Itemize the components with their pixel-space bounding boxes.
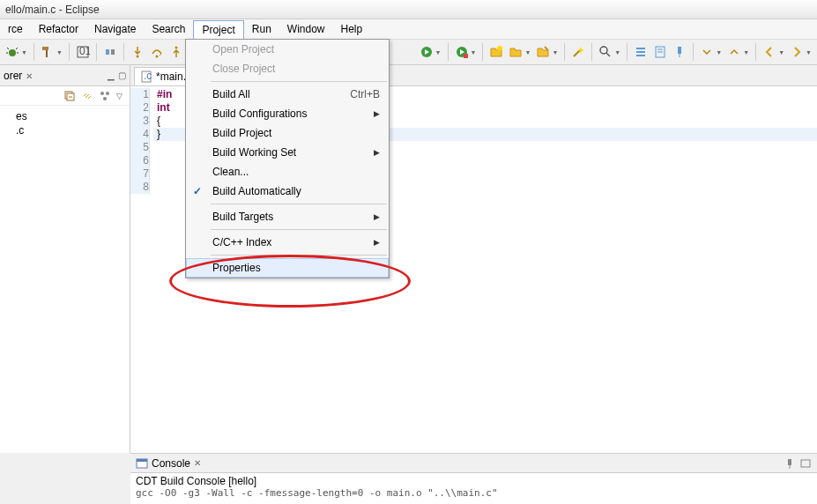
menu-separator [211, 229, 387, 230]
project-explorer: orer ✕ ▁ ▢ ▽ es .c [0, 65, 130, 453]
collapse-all-icon[interactable] [63, 90, 76, 102]
console-tab-strip: Console ✕ [130, 454, 817, 473]
dropdown-arrow-icon[interactable]: ▼ [743, 49, 749, 56]
menu-search[interactable]: Search [144, 20, 193, 38]
pin-icon[interactable] [671, 43, 688, 61]
svg-point-11 [136, 56, 138, 58]
svg-rect-20 [636, 48, 645, 49]
dropdown-arrow-icon[interactable]: ▼ [524, 49, 531, 56]
menu-build-project[interactable]: Build Project [186, 123, 389, 143]
line-number-gutter: 12345678 [130, 86, 153, 453]
toolbar-separator [564, 43, 565, 61]
new-project-icon[interactable] [487, 43, 505, 61]
svg-point-12 [155, 56, 158, 58]
back-icon[interactable] [761, 43, 778, 61]
binary-icon[interactable]: 010 [74, 43, 92, 61]
forward-icon[interactable] [788, 43, 806, 61]
run-last-icon[interactable] [453, 43, 471, 61]
bug-icon[interactable] [4, 43, 21, 61]
task-icon[interactable] [651, 43, 669, 61]
toggle-icon[interactable] [101, 43, 119, 61]
console-output[interactable]: CDT Build Console [hello] gcc -O0 -g3 -W… [130, 473, 817, 500]
menu-open-project: Open Project [186, 40, 389, 59]
display-console-icon[interactable] [799, 457, 812, 470]
dropdown-arrow-icon[interactable]: ▼ [716, 49, 722, 56]
sidebar-toolbar: ▽ [0, 86, 130, 106]
menu-project[interactable]: Project [193, 20, 243, 39]
wand-icon[interactable] [569, 43, 587, 61]
prev-annotation-icon[interactable] [725, 43, 743, 61]
svg-rect-6 [46, 50, 48, 57]
close-icon[interactable]: ✕ [194, 458, 201, 468]
dropdown-arrow-icon[interactable]: ▼ [56, 49, 63, 56]
menu-source[interactable]: rce [0, 20, 31, 38]
menu-close-project[interactable]: Close Project [186, 59, 389, 78]
svg-line-1 [7, 48, 9, 49]
console-title-line: CDT Build Console [hello] [136, 475, 812, 487]
toolbar-separator [693, 43, 694, 61]
pin-console-icon[interactable] [784, 457, 796, 470]
sidebar-tab-label[interactable]: orer ✕ [4, 70, 33, 82]
step-over-icon[interactable] [148, 43, 166, 61]
outline-icon[interactable] [632, 43, 650, 61]
menu-navigate[interactable]: Navigate [86, 20, 144, 38]
dropdown-arrow-icon[interactable]: ▼ [552, 49, 558, 56]
dropdown-arrow-icon[interactable]: ▼ [21, 49, 27, 56]
svg-rect-39 [137, 459, 147, 462]
link-editor-icon[interactable] [81, 90, 93, 102]
menu-build-all[interactable]: Build All Ctrl+B [186, 85, 389, 104]
menu-cc-index[interactable]: C/C++ Index ▶ [186, 233, 389, 252]
svg-rect-40 [788, 459, 791, 465]
workspace: orer ✕ ▁ ▢ ▽ es .c .c *main. 010 1234 [0, 65, 817, 453]
tree-item[interactable]: .c [5, 123, 124, 137]
submenu-arrow-icon: ▶ [374, 238, 380, 247]
svg-rect-21 [636, 51, 645, 53]
menu-window[interactable]: Window [279, 20, 333, 38]
dropdown-arrow-icon[interactable]: ▼ [806, 49, 812, 56]
menu-separator [211, 255, 387, 256]
hammer-icon[interactable] [39, 43, 56, 61]
menu-separator [211, 204, 387, 204]
dropdown-arrow-icon[interactable]: ▼ [778, 49, 784, 56]
search-icon[interactable] [597, 43, 614, 61]
menu-refactor[interactable]: Refactor [31, 20, 86, 38]
step-return-icon[interactable] [167, 43, 185, 61]
svg-rect-5 [42, 47, 48, 50]
svg-rect-22 [636, 55, 645, 56]
view-menu-icon[interactable]: ▽ [116, 92, 123, 100]
menu-build-working-set[interactable]: Build Working Set ▶ [186, 143, 389, 162]
step-into-icon[interactable] [129, 43, 146, 61]
dropdown-arrow-icon[interactable]: ▼ [435, 49, 442, 56]
dropdown-arrow-icon[interactable]: ▼ [471, 49, 477, 56]
menu-separator [211, 81, 387, 82]
menu-clean[interactable]: Clean... [186, 162, 389, 182]
svg-rect-26 [678, 47, 681, 54]
tree-item[interactable]: es [5, 109, 124, 123]
next-annotation-icon[interactable] [698, 43, 716, 61]
svg-line-2 [16, 48, 18, 49]
menu-build-automatically[interactable]: ✓ Build Automatically [186, 182, 389, 201]
run-icon[interactable] [418, 43, 435, 61]
minimize-icon[interactable]: ▁ [108, 70, 115, 80]
menu-help[interactable]: Help [333, 20, 371, 38]
close-icon[interactable]: ✕ [26, 71, 33, 81]
menu-build-targets[interactable]: Build Targets ▶ [186, 207, 389, 226]
menu-bar: rce Refactor Navigate Search Project Run… [0, 19, 817, 39]
console-command-line: gcc -O0 -g3 -Wall -c -fmessage-length=0 … [136, 487, 812, 499]
sidebar-tab-strip: orer ✕ ▁ ▢ [0, 65, 130, 86]
sidebar-tree[interactable]: es .c [0, 106, 130, 141]
svg-point-32 [106, 92, 109, 95]
maximize-icon[interactable]: ▢ [118, 70, 126, 80]
console-tab[interactable]: Console ✕ [136, 457, 201, 470]
svg-rect-16 [464, 54, 468, 58]
menu-build-configurations[interactable]: Build Configurations ▶ [186, 104, 389, 123]
filter-icon[interactable] [99, 90, 111, 102]
toolbar-separator [448, 43, 449, 61]
menu-run[interactable]: Run [244, 20, 279, 38]
menu-properties[interactable]: Properties [186, 258, 389, 278]
toolbar-separator [33, 43, 34, 61]
dropdown-arrow-icon[interactable]: ▼ [614, 49, 620, 56]
open-type-icon[interactable] [534, 43, 552, 61]
submenu-arrow-icon: ▶ [374, 109, 380, 118]
new-folder-icon[interactable] [507, 43, 524, 61]
